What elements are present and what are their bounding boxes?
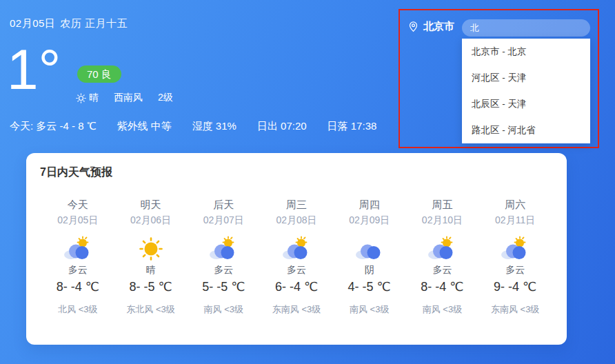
day-wind: 东南风 <3级: [260, 303, 333, 316]
day-date: 02月10日: [406, 214, 479, 227]
day-date: 02月11日: [478, 214, 552, 227]
day-condition: 多云: [478, 264, 552, 276]
forecast-day: 周四 02月09日 阴 4- -5 ℃ 南风 <3级: [333, 199, 406, 316]
today-summary: 今天: 多云 -4 - 8 ℃: [10, 120, 97, 133]
day-condition: 多云: [41, 264, 114, 276]
day-date: 02月05日: [41, 214, 114, 227]
partly-cloudy-icon: [62, 236, 94, 262]
forecast-day: 今天 02月05日 多云 8- -4 ℃ 北风 <3级: [41, 199, 114, 316]
day-condition: 多云: [406, 264, 479, 276]
partly-cloudy-icon: [426, 236, 458, 262]
suggestion-item[interactable]: 北京市 - 北京: [462, 39, 590, 65]
day-temperature: 6- -4 ℃: [260, 279, 333, 294]
day-wind: 南风 <3级: [187, 303, 260, 316]
sun-outline-icon: [76, 93, 86, 103]
day-wind: 南风 <3级: [333, 303, 406, 316]
day-wind: 东南风 <3级: [478, 303, 552, 316]
sunset-time: 日落 17:38: [327, 120, 377, 133]
day-wind: 东北风 <3级: [114, 303, 188, 316]
day-label: 周五: [406, 199, 479, 212]
day-wind: 南风 <3级: [406, 303, 479, 316]
suggestion-item[interactable]: 河北区 - 天津: [462, 65, 590, 91]
day-date: 02月09日: [333, 214, 406, 227]
current-date: 02月05日: [10, 17, 55, 29]
day-label: 后天: [187, 199, 260, 212]
current-temperature: 1°: [7, 39, 61, 101]
day-temperature: 5- -5 ℃: [187, 279, 260, 294]
day-label: 周六: [478, 199, 552, 212]
day-label: 周三: [260, 199, 333, 212]
location-pin-icon: [408, 21, 419, 32]
day-temperature: 4- -5 ℃: [333, 279, 406, 294]
day-date: 02月08日: [260, 214, 333, 227]
day-temperature: 9- -4 ℃: [478, 279, 552, 294]
day-label: 明天: [114, 199, 188, 212]
day-date: 02月06日: [114, 214, 188, 227]
today-summary-row: 今天: 多云 -4 - 8 ℃ 紫外线 中等 湿度 31% 日出 07:20 日…: [10, 120, 376, 133]
forecast-card: 7日内天气预报 今天 02月05日 多云 8- -4 ℃ 北风 <3级 明天 0…: [26, 153, 567, 345]
day-temperature: 8- -4 ℃: [406, 279, 479, 294]
current-city: 北京市: [423, 20, 454, 33]
day-date: 02月07日: [187, 214, 260, 227]
forecast-title: 7日内天气预报: [40, 165, 112, 180]
day-condition: 晴: [114, 264, 188, 276]
wind-level: 2级: [158, 92, 173, 104]
uv-index: 紫外线 中等: [117, 120, 172, 133]
forecast-day: 周六 02月11日 多云 9- -4 ℃ 东南风 <3级: [478, 199, 552, 316]
weather-app: 02月05日农历 正月十五 1° 70 良 晴 西南风 2级 今天: 多云 -4…: [0, 0, 615, 364]
day-condition: 多云: [187, 264, 260, 276]
sunny-icon: [135, 236, 167, 262]
day-temperature: 8- -5 ℃: [114, 279, 188, 294]
condition-label: 晴: [89, 92, 99, 104]
partly-cloudy-icon: [208, 236, 239, 262]
current-conditions: 晴 西南风 2级: [76, 92, 173, 104]
humidity: 湿度 31%: [192, 120, 236, 133]
aqi-badge: 70 良: [77, 65, 121, 83]
suggestion-item[interactable]: 北辰区 - 天津: [462, 91, 590, 117]
date-line: 02月05日农历 正月十五: [10, 17, 128, 30]
day-label: 今天: [41, 199, 114, 212]
partly-cloudy-icon: [499, 236, 531, 262]
forecast-day: 后天 02月07日 多云 5- -5 ℃ 南风 <3级: [187, 199, 260, 316]
forecast-columns: 今天 02月05日 多云 8- -4 ℃ 北风 <3级 明天 02月06日 晴 …: [41, 199, 552, 316]
day-label: 周四: [333, 199, 406, 212]
partly-cloudy-icon: [281, 236, 312, 262]
wind-direction: 西南风: [114, 92, 143, 104]
forecast-day: 周三 02月08日 多云 6- -4 ℃ 东南风 <3级: [260, 199, 333, 316]
overcast-icon: [354, 236, 385, 262]
lunar-date: 农历 正月十五: [60, 17, 128, 29]
day-temperature: 8- -4 ℃: [41, 279, 114, 294]
forecast-day: 周五 02月10日 多云 8- -4 ℃ 南风 <3级: [406, 199, 479, 316]
suggestion-item[interactable]: 路北区 - 河北省: [462, 117, 590, 143]
day-condition: 多云: [260, 264, 333, 276]
sunrise-time: 日出 07:20: [257, 120, 307, 133]
location-display: 北京市: [408, 20, 454, 33]
forecast-day: 明天 02月06日 晴 8- -5 ℃ 东北风 <3级: [114, 199, 188, 316]
day-wind: 北风 <3级: [41, 303, 114, 316]
search-suggestions-dropdown: 北京市 - 北京 河北区 - 天津 北辰区 - 天津 路北区 - 河北省: [462, 39, 590, 143]
day-condition: 阴: [333, 264, 406, 276]
city-search-input[interactable]: [462, 19, 590, 37]
